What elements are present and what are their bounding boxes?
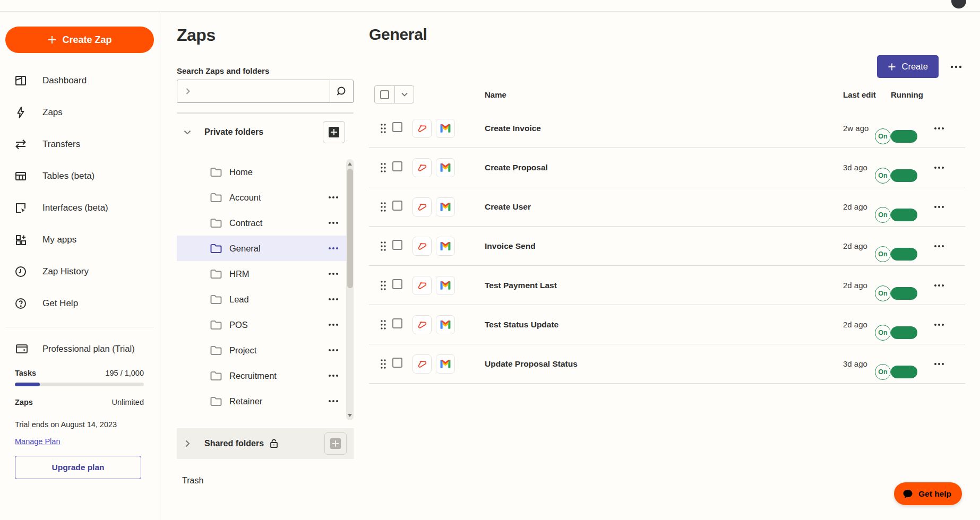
folder-menu-icon[interactable]	[328, 221, 339, 224]
folder-item-partial[interactable]: Reports	[177, 414, 346, 420]
create-zap-button[interactable]: Create Zap	[5, 27, 154, 53]
sidebar-item-label: Interfaces (beta)	[42, 203, 108, 213]
zap-row-menu[interactable]	[931, 320, 952, 330]
sidebar-item-label: My apps	[42, 235, 76, 245]
zap-row-menu[interactable]	[931, 281, 952, 290]
drag-handle-icon[interactable]	[374, 319, 392, 331]
folder-item-hrm[interactable]: HRM	[177, 261, 346, 287]
select-all-checkbox[interactable]	[380, 90, 389, 99]
add-shared-folder-button[interactable]	[324, 432, 347, 455]
sidebar-item-interfaces[interactable]: Interfaces (beta)	[5, 192, 153, 224]
folder-menu-icon[interactable]	[328, 323, 339, 326]
search-input[interactable]	[199, 80, 330, 102]
sidebar-item-transfers[interactable]: Transfers	[5, 128, 153, 160]
search-icon	[336, 85, 348, 97]
zap-name[interactable]: Create User	[459, 202, 827, 212]
row-checkbox[interactable]	[392, 318, 402, 328]
zap-row-menu[interactable]	[931, 241, 952, 251]
table-header: Name Last edit Running	[369, 80, 965, 109]
folder-menu-icon[interactable]	[328, 272, 339, 275]
sidebar-item-zap-history[interactable]: Zap History	[5, 256, 153, 288]
sidebar-item-dashboard[interactable]: Dashboard	[5, 65, 153, 97]
shared-folders-title[interactable]: Shared folders	[204, 438, 279, 449]
folder-menu-icon[interactable]	[328, 374, 339, 377]
search-button[interactable]	[330, 80, 353, 102]
zap-row-menu[interactable]	[931, 359, 952, 369]
column-header-running: Running	[891, 90, 931, 99]
panel-divider	[177, 112, 354, 114]
plus-icon	[888, 63, 896, 71]
folder-item-contract[interactable]: Contract	[177, 210, 346, 236]
folder-item-retainer[interactable]: Retainer	[177, 388, 346, 414]
chat-bubble-icon	[902, 489, 913, 499]
select-menu-chevron[interactable]	[395, 86, 414, 103]
zap-row-menu[interactable]	[931, 124, 952, 133]
get-help-button[interactable]: Get help	[894, 482, 962, 505]
scroll-up-arrow-icon[interactable]	[348, 162, 352, 166]
row-checkbox[interactable]	[392, 122, 402, 132]
trash-link[interactable]: Trash	[177, 476, 354, 486]
folder-item-lead[interactable]: Lead	[177, 287, 346, 312]
folder-menu-icon[interactable]	[328, 349, 339, 352]
drag-handle-icon[interactable]	[374, 240, 392, 252]
folder-list-scrollbar[interactable]	[346, 159, 354, 420]
folder-item-home[interactable]: Home	[177, 159, 346, 185]
row-checkbox[interactable]	[392, 240, 402, 250]
zap-name[interactable]: Test Payment Last	[459, 281, 827, 290]
sidebar-item-get-help[interactable]: Get Help	[5, 288, 153, 319]
zap-row-menu[interactable]	[931, 163, 952, 172]
ellipsis-icon	[934, 362, 944, 366]
sidebar-item-label: Tables (beta)	[42, 171, 94, 181]
zoho-icon	[412, 315, 432, 334]
folder-actions-menu[interactable]	[947, 62, 965, 72]
upgrade-plan-button[interactable]: Upgrade plan	[15, 456, 141, 479]
folder-menu-icon[interactable]	[328, 247, 339, 250]
folder-menu-icon[interactable]	[328, 400, 339, 403]
drag-handle-icon[interactable]	[374, 280, 392, 291]
create-button[interactable]: Create	[877, 55, 939, 78]
zap-name[interactable]: Invoice Send	[459, 241, 827, 251]
page-title: General	[369, 25, 965, 44]
gmail-icon	[436, 158, 455, 177]
manage-plan-link[interactable]: Manage Plan	[15, 437, 60, 446]
tasks-progress-fill	[15, 383, 40, 386]
select-all-split-button[interactable]	[374, 85, 414, 103]
folder-menu-icon[interactable]	[328, 196, 339, 199]
zap-name[interactable]: Create Proposal	[459, 163, 827, 172]
chevron-down-icon[interactable]	[183, 128, 195, 136]
zap-name[interactable]: Test Status Update	[459, 320, 827, 330]
add-private-folder-button[interactable]	[323, 121, 345, 143]
table-icon	[14, 169, 28, 183]
zap-name[interactable]: Create Invoice	[459, 124, 827, 133]
scrollbar-thumb[interactable]	[347, 169, 353, 288]
folder-item-account[interactable]: Account	[177, 185, 346, 210]
private-folders-title[interactable]: Private folders	[204, 127, 323, 137]
folder-item-general[interactable]: General	[177, 236, 346, 261]
sidebar-item-zaps[interactable]: Zaps	[5, 97, 153, 128]
row-checkbox[interactable]	[392, 358, 402, 368]
folder-item-recruitment[interactable]: Recruitment	[177, 363, 346, 388]
sidebar-item-label: Dashboard	[42, 75, 87, 86]
folders-panel: Zaps Search Zaps and folders Private fol…	[159, 12, 369, 520]
row-checkbox[interactable]	[392, 279, 402, 289]
zoho-icon	[412, 276, 432, 295]
row-checkbox[interactable]	[392, 161, 402, 171]
zaps-value: Unlimited	[112, 398, 144, 406]
sidebar-item-tables[interactable]: Tables (beta)	[5, 160, 153, 192]
chevron-right-icon[interactable]	[183, 439, 195, 448]
row-checkbox[interactable]	[392, 201, 402, 211]
folder-menu-icon[interactable]	[328, 298, 339, 301]
drag-handle-icon[interactable]	[374, 201, 392, 213]
folder-item-pos[interactable]: POS	[177, 312, 346, 337]
drag-handle-icon[interactable]	[374, 358, 392, 370]
user-avatar[interactable]	[951, 0, 966, 8]
zap-row-menu[interactable]	[931, 202, 952, 212]
toggle-on-label: On	[875, 128, 891, 144]
zap-name[interactable]: Update Proposal Status	[459, 359, 827, 369]
sidebar-item-my-apps[interactable]: My apps	[5, 224, 153, 256]
drag-handle-icon[interactable]	[374, 123, 392, 134]
folder-item-project[interactable]: Project	[177, 337, 346, 363]
zap-row: Create Invoice 2w ago On	[369, 109, 965, 148]
drag-handle-icon[interactable]	[374, 162, 392, 174]
scroll-down-arrow-icon[interactable]	[348, 414, 352, 417]
